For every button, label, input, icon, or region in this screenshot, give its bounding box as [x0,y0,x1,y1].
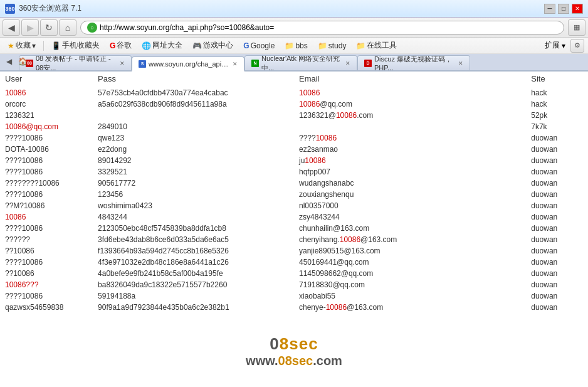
bookmark-games[interactable]: 🎮 游戏中心 [189,39,237,52]
separator-1 [43,41,44,51]
folder-icon-tools: 📁 [356,41,365,50]
home-button[interactable]: ⌂ [59,19,76,36]
bookmark-study-label: study [328,41,347,50]
watermark-top: 08sec [246,334,342,354]
cell-email: zouxiangshenqu [294,189,526,200]
title-bar-controls[interactable]: ─ □ ✕ [544,4,583,14]
cell-user: ????10086 [0,290,93,302]
back-button[interactable]: ◀ [3,19,20,36]
tab-close-2[interactable]: ✕ [233,61,238,67]
table-row: ??10086f1393664b93a594d2745cc8b168e5326y… [0,245,588,257]
more-button[interactable]: ⚙ [570,39,584,53]
cell-site: duowan [526,279,588,290]
tab-3[interactable]: N Nuclear'Atk 网络安全研究中... ✕ [244,55,357,70]
cell-email: ????10086 [294,132,526,144]
cell-pass: a5a6c029f638cdb906f8d9d45611a98a [93,98,294,110]
cell-site: duowan [526,166,588,178]
star-icon: ★ [8,41,14,50]
watermark-prefix: 0 [270,334,279,353]
watermark-com: .com [313,354,342,368]
tab-close-4[interactable]: ✕ [458,60,463,66]
quick-access-home[interactable]: 🏠 [16,55,29,68]
cell-email: chenyihang.10086@163.com [294,234,526,245]
expand-label: 扩展 [545,40,560,51]
cell-site: duowan [526,144,588,155]
watermark-bottom: www.08sec.com [246,354,342,368]
cell-site: duowan [526,132,588,144]
cell-pass: 905617772 [93,178,294,189]
cell-email: 1145098662@qq.com [294,268,526,279]
bookmark-bbs-label: bbs [295,41,307,50]
cell-email: 71918830@qq.com [294,279,526,290]
tab-close-3[interactable]: ✕ [345,60,350,66]
cell-user: ????10086 [0,155,93,166]
quick-access-prev[interactable]: ◀ [3,55,15,68]
bookmark-bbs[interactable]: 📁 bbs [281,40,311,51]
google-icon: G [110,41,115,50]
cell-pass: 59194188a [93,290,294,302]
cell-pass: 123456 [93,189,294,200]
table-row: ????1008659194188axiaobabi55duowan [0,290,588,302]
tab-1[interactable]: 08 08 发表帖子 - 申请转正 - 08安... ✕ [19,55,132,70]
watermark-www: www. [246,354,278,368]
cell-user: orcorc [0,98,93,110]
cell-email: hqfpp007 [294,166,526,178]
cell-user: ?????? [0,234,93,245]
cell-pass: 3329521 [93,166,294,178]
cell-site: 52pk [526,110,588,121]
col-header-pass: Pass [93,72,294,87]
tab-favicon-2: S [139,60,146,68]
table-row: 10086@qq.com28490107k7k [0,121,588,132]
bookmark-games-label: 游戏中心 [203,40,233,51]
title-bar-text: 360安全浏览器 7.1 [19,3,81,14]
tab-label-4: Discuz 爆破无视验证码，PHP... [374,55,454,70]
bookmark-label: 收藏 [16,40,31,51]
tab-close-1[interactable]: ✕ [120,60,125,66]
cell-pass: f1393664b93a594d2745cc8b168e5326 [93,245,294,257]
table-row: ????10086123456zouxiangshenquduowan [0,189,588,200]
close-button[interactable]: ✕ [572,4,583,14]
bookmark-urlnav-label: 网址大全 [152,40,182,51]
expand-extensions[interactable]: 扩展 ▾ [542,39,568,52]
bookmark-favorites[interactable]: ★ 收藏 ▾ [4,39,39,52]
table-row: ????100862123050ebc48cf5745839ba8ddfa1cb… [0,223,588,234]
folder-icon-study: 📁 [318,41,327,50]
bookmark-tools-label: 在线工具 [367,40,397,51]
table-row: ????1008689014292ju10086duowan [0,155,588,166]
tab-4[interactable]: D Discuz 爆破无视验证码，PHP... ✕ [357,55,470,70]
col-header-site: Site [526,72,588,87]
forward-button[interactable]: ▶ [21,19,39,36]
bookmark-mobile[interactable]: 📱 手机收藏夹 [48,39,103,52]
refresh-button[interactable]: ↻ [40,19,58,36]
navigation-toolbar: ◀ ▶ ↻ ⌂ ○ ▦ [0,18,588,38]
cell-pass: 89014292 [93,155,294,166]
table-row: ??M?10086woshimima0423nl00357000duowan [0,200,588,211]
bookmark-google[interactable]: G 谷歌 [106,39,135,52]
bookmark-urlnav[interactable]: 🌐 网址大全 [138,39,186,52]
maximize-button[interactable]: □ [558,4,569,14]
tab-2[interactable]: S www.soyun.org/cha_api.php?:... ✕ [132,56,244,72]
watermark-highlight: 8sec [280,334,318,353]
bookmark-google2[interactable]: G Google [239,40,278,51]
cell-site: hack [526,98,588,110]
cell-site: duowan [526,189,588,200]
title-bar: 360 360安全浏览器 7.1 ─ □ ✕ [0,0,588,18]
cell-email: zsy4843244 [294,211,526,223]
qr-button[interactable]: ▦ [568,19,585,36]
url-input[interactable] [100,23,557,32]
cell-user: ????10086 [0,223,93,234]
cell-site: duowan [526,211,588,223]
bookmark-tools[interactable]: 📁 在线工具 [352,39,401,52]
table-row: DOTA-10086ez2dongez2sanmaoduowan [0,144,588,155]
cell-user: ????10086 [0,257,93,268]
bookmark-study[interactable]: 📁 study [314,40,350,51]
cell-pass: 90f9a1a9d7923844e435b0a6c2e382b1 [93,302,294,313]
address-bar[interactable]: ○ [80,21,564,34]
cell-site: duowan [526,290,588,302]
bookmarks-bar: ★ 收藏 ▾ 📱 手机收藏夹 G 谷歌 🌐 网址大全 🎮 游戏中心 G Goog… [0,38,588,54]
cell-pass: 4f3e971032e2db48c186e8a6441a1c26 [93,257,294,268]
mobile-icon: 📱 [51,41,61,50]
cell-user: ????10086 [0,189,93,200]
minimize-button[interactable]: ─ [544,4,555,14]
tab-label-2: www.soyun.org/cha_api.php?:... [149,60,229,68]
